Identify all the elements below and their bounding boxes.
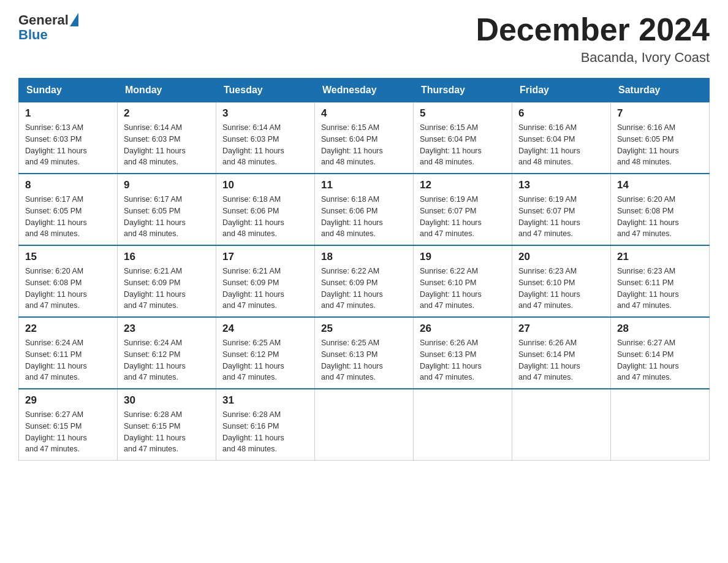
calendar-cell: 10Sunrise: 6:18 AMSunset: 6:06 PMDayligh… — [216, 174, 315, 245]
day-sun-info: Sunrise: 6:21 AMSunset: 6:09 PMDaylight:… — [124, 266, 210, 312]
day-sun-info: Sunrise: 6:22 AMSunset: 6:10 PMDaylight:… — [420, 266, 506, 312]
day-sun-info: Sunrise: 6:28 AMSunset: 6:16 PMDaylight:… — [222, 409, 308, 455]
day-number: 20 — [518, 251, 604, 263]
weekday-header-sunday: Sunday — [19, 79, 118, 102]
weekday-header-tuesday: Tuesday — [216, 79, 315, 102]
title-block: December 2024 Bacanda, Ivory Coast — [476, 12, 710, 66]
day-sun-info: Sunrise: 6:15 AMSunset: 6:04 PMDaylight:… — [420, 122, 506, 168]
day-number: 3 — [222, 107, 308, 120]
calendar-cell: 25Sunrise: 6:25 AMSunset: 6:13 PMDayligh… — [315, 317, 414, 389]
weekday-header-saturday: Saturday — [611, 79, 710, 102]
calendar-cell: 11Sunrise: 6:18 AMSunset: 6:06 PMDayligh… — [315, 174, 414, 245]
day-number: 30 — [124, 394, 210, 407]
day-sun-info: Sunrise: 6:16 AMSunset: 6:05 PMDaylight:… — [617, 122, 703, 168]
calendar-cell: 31Sunrise: 6:28 AMSunset: 6:16 PMDayligh… — [216, 389, 315, 461]
day-sun-info: Sunrise: 6:14 AMSunset: 6:03 PMDaylight:… — [124, 122, 210, 168]
weekday-header-wednesday: Wednesday — [315, 79, 414, 102]
day-sun-info: Sunrise: 6:18 AMSunset: 6:06 PMDaylight:… — [222, 194, 308, 240]
weekday-header-friday: Friday — [512, 79, 611, 102]
calendar-cell: 22Sunrise: 6:24 AMSunset: 6:11 PMDayligh… — [19, 317, 118, 389]
day-number: 2 — [124, 107, 210, 120]
day-number: 18 — [321, 251, 407, 263]
day-number: 11 — [321, 179, 407, 191]
calendar-cell: 27Sunrise: 6:26 AMSunset: 6:14 PMDayligh… — [512, 317, 611, 389]
day-sun-info: Sunrise: 6:25 AMSunset: 6:13 PMDaylight:… — [321, 337, 407, 383]
calendar-cell: 20Sunrise: 6:23 AMSunset: 6:10 PMDayligh… — [512, 245, 611, 317]
day-number: 21 — [617, 251, 703, 263]
calendar-cell — [611, 389, 710, 461]
day-sun-info: Sunrise: 6:17 AMSunset: 6:05 PMDaylight:… — [25, 194, 111, 240]
day-sun-info: Sunrise: 6:27 AMSunset: 6:14 PMDaylight:… — [617, 337, 703, 383]
day-number: 27 — [518, 323, 604, 335]
logo-triangle-icon — [70, 13, 78, 26]
day-number: 5 — [420, 107, 506, 120]
day-number: 26 — [420, 323, 506, 335]
day-number: 14 — [617, 179, 703, 191]
day-number: 28 — [617, 323, 703, 335]
calendar-week-row: 1Sunrise: 6:13 AMSunset: 6:03 PMDaylight… — [19, 102, 710, 174]
day-number: 16 — [124, 251, 210, 263]
day-sun-info: Sunrise: 6:23 AMSunset: 6:11 PMDaylight:… — [617, 266, 703, 312]
logo-blue-text: Blue — [18, 27, 48, 43]
day-sun-info: Sunrise: 6:19 AMSunset: 6:07 PMDaylight:… — [518, 194, 604, 240]
calendar-cell: 8Sunrise: 6:17 AMSunset: 6:05 PMDaylight… — [19, 174, 118, 245]
calendar-cell: 4Sunrise: 6:15 AMSunset: 6:04 PMDaylight… — [315, 102, 414, 174]
day-sun-info: Sunrise: 6:18 AMSunset: 6:06 PMDaylight:… — [321, 194, 407, 240]
day-number: 10 — [222, 179, 308, 191]
calendar-cell: 29Sunrise: 6:27 AMSunset: 6:15 PMDayligh… — [19, 389, 118, 461]
day-sun-info: Sunrise: 6:26 AMSunset: 6:13 PMDaylight:… — [420, 337, 506, 383]
day-sun-info: Sunrise: 6:27 AMSunset: 6:15 PMDaylight:… — [25, 409, 111, 455]
logo: General Blue — [18, 12, 78, 43]
day-sun-info: Sunrise: 6:17 AMSunset: 6:05 PMDaylight:… — [124, 194, 210, 240]
day-sun-info: Sunrise: 6:13 AMSunset: 6:03 PMDaylight:… — [25, 122, 111, 168]
day-sun-info: Sunrise: 6:20 AMSunset: 6:08 PMDaylight:… — [617, 194, 703, 240]
day-sun-info: Sunrise: 6:24 AMSunset: 6:12 PMDaylight:… — [124, 337, 210, 383]
calendar-cell: 19Sunrise: 6:22 AMSunset: 6:10 PMDayligh… — [414, 245, 512, 317]
day-sun-info: Sunrise: 6:20 AMSunset: 6:08 PMDaylight:… — [25, 266, 111, 312]
day-number: 31 — [222, 394, 308, 407]
calendar-table: SundayMondayTuesdayWednesdayThursdayFrid… — [18, 78, 710, 461]
day-number: 23 — [124, 323, 210, 335]
calendar-cell: 30Sunrise: 6:28 AMSunset: 6:15 PMDayligh… — [118, 389, 216, 461]
calendar-cell: 15Sunrise: 6:20 AMSunset: 6:08 PMDayligh… — [19, 245, 118, 317]
calendar-cell: 24Sunrise: 6:25 AMSunset: 6:12 PMDayligh… — [216, 317, 315, 389]
calendar-cell: 9Sunrise: 6:17 AMSunset: 6:05 PMDaylight… — [118, 174, 216, 245]
day-sun-info: Sunrise: 6:21 AMSunset: 6:09 PMDaylight:… — [222, 266, 308, 312]
day-number: 6 — [518, 107, 604, 120]
day-sun-info: Sunrise: 6:25 AMSunset: 6:12 PMDaylight:… — [222, 337, 308, 383]
weekday-header-monday: Monday — [118, 79, 216, 102]
day-number: 19 — [420, 251, 506, 263]
calendar-cell: 16Sunrise: 6:21 AMSunset: 6:09 PMDayligh… — [118, 245, 216, 317]
calendar-cell: 14Sunrise: 6:20 AMSunset: 6:08 PMDayligh… — [611, 174, 710, 245]
day-number: 8 — [25, 179, 111, 191]
day-number: 22 — [25, 323, 111, 335]
page-header: General Blue December 2024 Bacanda, Ivor… — [18, 12, 710, 66]
day-sun-info: Sunrise: 6:26 AMSunset: 6:14 PMDaylight:… — [518, 337, 604, 383]
day-sun-info: Sunrise: 6:28 AMSunset: 6:15 PMDaylight:… — [124, 409, 210, 455]
calendar-cell — [315, 389, 414, 461]
calendar-cell: 18Sunrise: 6:22 AMSunset: 6:09 PMDayligh… — [315, 245, 414, 317]
day-sun-info: Sunrise: 6:24 AMSunset: 6:11 PMDaylight:… — [25, 337, 111, 383]
calendar-cell: 1Sunrise: 6:13 AMSunset: 6:03 PMDaylight… — [19, 102, 118, 174]
location-subtitle: Bacanda, Ivory Coast — [476, 50, 710, 66]
day-number: 15 — [25, 251, 111, 263]
calendar-week-row: 22Sunrise: 6:24 AMSunset: 6:11 PMDayligh… — [19, 317, 710, 389]
calendar-cell — [414, 389, 512, 461]
calendar-cell: 13Sunrise: 6:19 AMSunset: 6:07 PMDayligh… — [512, 174, 611, 245]
day-number: 24 — [222, 323, 308, 335]
day-number: 29 — [25, 394, 111, 407]
calendar-cell: 3Sunrise: 6:14 AMSunset: 6:03 PMDaylight… — [216, 102, 315, 174]
calendar-cell: 7Sunrise: 6:16 AMSunset: 6:05 PMDaylight… — [611, 102, 710, 174]
calendar-cell: 2Sunrise: 6:14 AMSunset: 6:03 PMDaylight… — [118, 102, 216, 174]
calendar-cell: 21Sunrise: 6:23 AMSunset: 6:11 PMDayligh… — [611, 245, 710, 317]
calendar-cell — [512, 389, 611, 461]
calendar-cell: 26Sunrise: 6:26 AMSunset: 6:13 PMDayligh… — [414, 317, 512, 389]
day-number: 1 — [25, 107, 111, 120]
day-number: 4 — [321, 107, 407, 120]
day-number: 9 — [124, 179, 210, 191]
day-sun-info: Sunrise: 6:19 AMSunset: 6:07 PMDaylight:… — [420, 194, 506, 240]
calendar-cell: 6Sunrise: 6:16 AMSunset: 6:04 PMDaylight… — [512, 102, 611, 174]
calendar-week-row: 29Sunrise: 6:27 AMSunset: 6:15 PMDayligh… — [19, 389, 710, 461]
month-title: December 2024 — [476, 12, 710, 47]
weekday-header-thursday: Thursday — [414, 79, 512, 102]
